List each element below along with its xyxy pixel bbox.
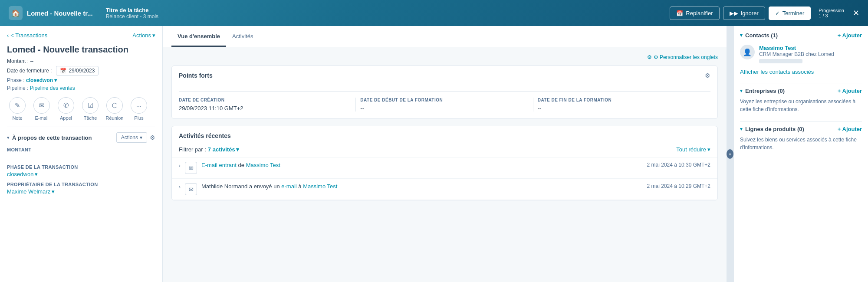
chevron-down-icon: ▾: [54, 77, 57, 83]
activity-expand-icon[interactable]: ›: [179, 183, 181, 190]
about-settings-button[interactable]: ⚙: [150, 134, 155, 141]
chevron-down-icon: ▾: [740, 126, 743, 132]
points-forts-header: Points forts ⚙: [172, 66, 717, 85]
appel-button[interactable]: ✆ Appel: [56, 97, 76, 121]
task-info: Titre de la tâche Relance client - 3 moi…: [106, 7, 670, 20]
header-actions-dropdown[interactable]: Actions ▾: [132, 32, 155, 39]
activity-link-contact[interactable]: Massimo Test: [303, 183, 337, 190]
filter-bar: Filtrer par : 7 activités ▾ Tout réduire…: [172, 144, 717, 157]
activity-expand-icon[interactable]: ›: [179, 162, 181, 169]
proprietaire-dropdown[interactable]: Maxime Welmarz ▾: [7, 188, 55, 195]
contacts-add-button[interactable]: + Ajouter: [838, 32, 862, 39]
ignorer-button[interactable]: ▶▶ Ignorer: [723, 7, 765, 20]
section-divider: [7, 127, 155, 127]
activity-row: › ✉ Mathilde Normand a envoyé un e-mail …: [172, 179, 717, 200]
activity-content: E-mail entrant de Massimo Test: [201, 162, 643, 168]
chevron-down-icon: ▾: [707, 146, 710, 153]
chevron-down-icon: ▾: [52, 188, 55, 195]
center-panel: Vue d'ensemble Activités ⚙ ⚙ Personnalis…: [163, 26, 727, 282]
activity-email-icon: ✉: [185, 183, 197, 195]
chevron-down-icon: ▾: [35, 171, 38, 177]
contact-name[interactable]: Massimo Test: [759, 45, 834, 51]
pf-col-fin-formation: DATE DE FIN DE LA FORMATION --: [533, 98, 710, 111]
pipeline-link[interactable]: Pipeline des ventes: [30, 85, 75, 91]
content-area: ⚙ ⚙ Personnaliser les onglets Points for…: [163, 47, 727, 207]
companies-empty-text: Voyez les entreprise ou organisations as…: [740, 98, 862, 113]
close-button[interactable]: ✕: [853, 8, 859, 18]
contact-card: 👤 Massimo Test CRM Manager B2B chez Lome…: [740, 42, 862, 66]
left-nav: ‹ < Transactions Actions ▾: [7, 32, 155, 39]
contact-avatar: 👤: [740, 45, 755, 59]
personalize-link[interactable]: ⚙ ⚙ Personnaliser les onglets: [647, 54, 718, 60]
deal-phase: Phase : closedwon ▾: [7, 77, 155, 83]
rp-divider-2: [740, 121, 862, 121]
chevron-down-icon: ▾: [7, 135, 10, 141]
chevron-down-icon: ▾: [236, 146, 239, 153]
points-forts-settings-button[interactable]: ⚙: [705, 72, 710, 79]
filter-count-dropdown[interactable]: 7 activités ▾: [208, 146, 239, 153]
phase-transaction-dropdown[interactable]: closedwon ▾: [7, 171, 38, 177]
tache-button[interactable]: ☑ Tâche: [80, 97, 101, 121]
date-badge[interactable]: 📅 29/09/2023: [56, 66, 99, 75]
right-panel: ▾ Contacts (1) + Ajouter 👤 Massimo Test …: [733, 26, 868, 282]
show-contacts-link[interactable]: Afficher les contacts associés: [740, 69, 862, 75]
field-montant: Montant: [7, 147, 155, 160]
tabs-bar: Vue d'ensemble Activités: [163, 26, 727, 47]
contacts-section-header: ▾ Contacts (1) + Ajouter: [740, 32, 862, 39]
activities-header: Activités récentes: [172, 126, 717, 144]
pf-col-debut-formation: DATE DE DÉBUT DE LA FORMATION --: [356, 98, 533, 111]
activities-card: Activités récentes Filtrer par : 7 activ…: [171, 126, 718, 200]
activity-link-contact[interactable]: Massimo Test: [246, 162, 280, 168]
chevron-down-icon: ▾: [740, 88, 743, 94]
tab-vue-ensemble[interactable]: Vue d'ensemble: [171, 26, 226, 47]
topbar: 🏠 Lomed - Nouvelle tr... Titre de la tâc…: [0, 0, 868, 26]
points-forts-card: Points forts ⚙ DATE DE CRÉATION 29/09/20…: [171, 66, 718, 119]
chevron-down-icon: ▾: [140, 134, 142, 141]
phone-icon: ✆: [58, 97, 74, 114]
activity-link-type[interactable]: e-mail: [281, 183, 296, 190]
about-section-header: ▾ À propos de cette transaction Actions …: [7, 132, 155, 143]
plus-button[interactable]: ··· Plus: [128, 97, 149, 121]
companies-section-title: ▾ Entreprises (0): [740, 88, 785, 94]
companies-section-header: ▾ Entreprises (0) + Ajouter: [740, 88, 862, 94]
note-button[interactable]: ✎ Note: [7, 97, 28, 121]
tab-activites[interactable]: Activités: [226, 26, 259, 47]
note-icon: ✎: [9, 97, 26, 114]
check-icon: ✓: [775, 10, 780, 16]
about-actions-dropdown[interactable]: Actions ▾: [116, 132, 147, 143]
contact-role: CRM Manager B2B chez Lomed: [759, 51, 834, 57]
email-icon: ✉: [33, 97, 50, 114]
companies-add-button[interactable]: + Ajouter: [838, 88, 862, 94]
phase-value[interactable]: closedwon ▾: [26, 77, 57, 83]
replanifier-button[interactable]: 📅 Replanifier: [670, 7, 719, 20]
points-forts-title: Points forts: [179, 72, 213, 79]
terminer-button[interactable]: ✓ Terminer: [769, 7, 811, 20]
field-phase-transaction: Phase de la transaction closedwon ▾: [7, 164, 155, 177]
email-button[interactable]: ✉ E-mail: [31, 97, 52, 121]
contacts-section: ▾ Contacts (1) + Ajouter 👤 Massimo Test …: [740, 32, 862, 75]
app-title: Lomed - Nouvelle tr...: [27, 10, 93, 17]
task-subtitle: Relance client - 3 mois: [106, 13, 670, 20]
collapse-all-button[interactable]: Tout réduire ▾: [676, 146, 710, 153]
activity-time: 2 mai 2024 à 10:30 GMT+2: [647, 162, 710, 168]
activities-title: Activités récentes: [179, 132, 231, 139]
chevron-down-icon: ▾: [740, 33, 743, 38]
points-forts-grid: DATE DE CRÉATION 29/09/2023 11:10 GMT+2 …: [179, 91, 710, 111]
contacts-section-title: ▾ Contacts (1): [740, 32, 778, 39]
task-title: Titre de la tâche: [106, 7, 670, 13]
deal-montant: Montant : --: [7, 58, 155, 64]
settings-icon: ⚙: [647, 54, 652, 60]
panel-divider: »: [727, 26, 733, 282]
products-add-button[interactable]: + Ajouter: [838, 126, 862, 132]
skip-icon: ▶▶: [730, 10, 738, 16]
progression-indicator: Progression 1 / 3: [819, 8, 844, 18]
panel-collapse-button[interactable]: »: [727, 149, 733, 159]
field-proprietaire: Propriétaire de la transaction Maxime We…: [7, 182, 155, 195]
activity-link-type[interactable]: E-mail entrant: [201, 162, 237, 168]
activity-email-icon: ✉: [185, 162, 197, 174]
meeting-icon: ⬡: [106, 97, 123, 114]
topbar-logo: 🏠 Lomed - Nouvelle tr...: [9, 6, 93, 20]
reunion-button[interactable]: ⬡ Réunion: [104, 97, 125, 121]
deal-date: Date de fermeture : 📅 29/09/2023: [7, 66, 155, 75]
back-to-transactions[interactable]: ‹ < Transactions: [7, 32, 47, 39]
